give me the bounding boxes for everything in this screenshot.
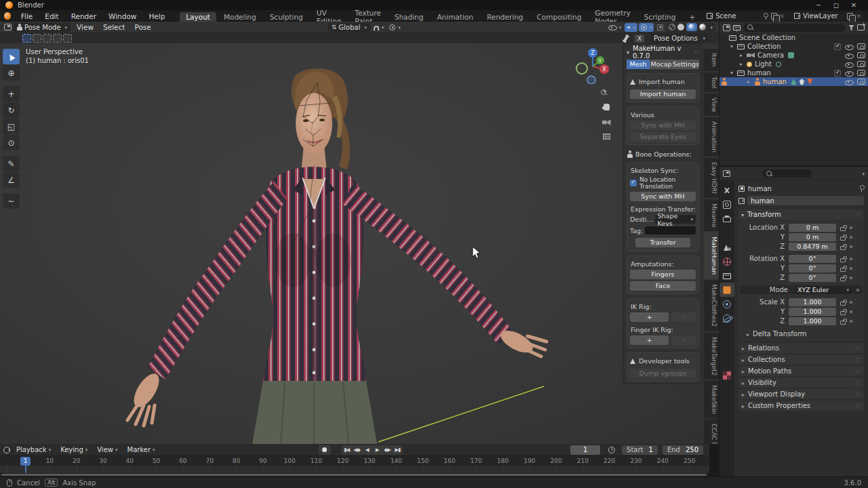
timeline-menu-item[interactable]: Keying [56,446,92,453]
workspace-tab[interactable]: Sculpting [264,12,309,22]
outliner-row[interactable]: ▸ Light [719,60,868,68]
playhead-line[interactable] [25,466,26,473]
properties-tab[interactable] [719,368,734,382]
lock-slot[interactable] [839,256,847,262]
sidebar-tab[interactable]: MakeHuman [704,232,719,279]
select-mode-button[interactable] [22,34,31,43]
transform-value-field[interactable]: 1.000 [789,317,836,325]
tool-button[interactable]: ~ [3,193,20,209]
outliner-search-input[interactable] [756,24,842,31]
timeline-menu-item[interactable]: View [92,446,122,453]
collapsed-section[interactable]: Custom Properties ∷ [738,401,864,411]
snap-toggle[interactable] [372,23,387,32]
object-name-field[interactable]: human [747,196,864,205]
properties-tab[interactable] [719,268,734,283]
sidebar-tab[interactable]: MakeTarget2 [704,333,719,380]
collapsed-section[interactable]: Collections ∷ [738,354,864,365]
object-visibility-dropdown[interactable] [606,23,624,32]
delta-transform-section[interactable]: Delta Transform [747,330,863,338]
lock-slot[interactable] [839,234,847,241]
id-type-icon[interactable] [738,198,745,204]
panel-header[interactable]: MakeHuman v 0.7.0 ∷ [627,47,699,57]
separate-eyes-button[interactable]: Separate Eyes [630,132,696,142]
solid-shading-icon[interactable] [677,24,684,30]
animate-dot-icon[interactable] [850,310,852,313]
animate-dot-icon[interactable] [850,226,852,229]
disable-render-camera-icon[interactable] [857,79,865,85]
mode-selector[interactable]: Pose Mode [13,23,71,32]
current-frame-field[interactable]: 1 [570,445,600,455]
outliner-item-label[interactable]: Scene Collection [739,34,795,41]
animate-dot-icon[interactable] [850,301,852,304]
outliner-item-label[interactable]: human [747,69,771,77]
properties-search[interactable] [762,169,812,178]
tool-button[interactable]: ✎ [3,156,20,171]
timeline-menu-item[interactable]: Playback [12,446,56,453]
hide-viewport-eye-icon[interactable] [845,61,853,68]
outliner-search[interactable] [743,24,846,32]
properties-tab[interactable] [719,240,734,254]
viewlayer-selector[interactable]: ViewLayer ✕ [791,12,864,21]
shading-dropdown-icon[interactable] [708,23,713,32]
sidebar-tab[interactable]: Animation [704,117,719,157]
transfer-button[interactable]: Transfer [635,238,690,247]
outliner-item-label[interactable]: human [763,78,787,85]
disable-render-camera-icon[interactable] [857,43,865,49]
lock-slot[interactable] [839,243,847,250]
window-close-button[interactable]: ✕ [845,1,863,9]
wireframe-shading-icon[interactable] [669,24,675,30]
tool-button[interactable]: ◱ [3,119,20,134]
mh-tab[interactable]: Settings [673,60,699,69]
transform-value-field[interactable]: 0 m [789,224,836,232]
transport-button[interactable]: ◀ [362,447,372,453]
sidebar-tab[interactable]: MakeClothes2 [704,280,719,331]
animate-dot-icon[interactable] [850,320,852,323]
viewport-menu-item[interactable]: Pose [130,23,155,31]
transport-button[interactable]: ▶▮ [393,447,403,453]
mh-tab[interactable]: Mesh [627,60,650,69]
tool-button[interactable]: + [3,86,20,102]
show-gizmo-toggle[interactable]: ⌖ [625,23,637,32]
ik-rig-remove-button[interactable]: - [671,312,696,322]
ik-rig-add-button[interactable]: + [630,312,669,322]
transform-value-field[interactable]: 0° [789,255,836,263]
zoom-view-icon[interactable]: + [599,88,613,98]
timeline-track[interactable] [0,466,709,473]
unlink-scene-icon[interactable]: ✕ [780,13,785,20]
transform-value-field[interactable]: 0 m [789,233,836,241]
viewport-3d[interactable]: User Perspective (1) human : oris01 ▲⊕+↻… [0,43,719,444]
sync-with-mh-button-disabled[interactable]: Sync with MH [630,121,696,130]
window-maximize-button[interactable]: ◻ [827,1,845,9]
outliner-item-label[interactable]: Light [755,60,772,68]
properties-tab[interactable] [719,197,734,211]
human-model[interactable] [127,68,547,444]
properties-tab[interactable] [719,325,734,340]
properties-tab[interactable] [719,226,734,240]
remove-viewlayer-icon[interactable]: ✕ [856,13,861,20]
timeline-menu-item[interactable]: Marker [123,446,160,453]
collapsed-section[interactable]: Motion Paths ∷ [738,366,864,376]
workspace-tab[interactable]: Rendering [481,12,530,22]
expand-icon[interactable]: ▾ [730,70,737,76]
pose-options-dropdown[interactable]: Pose Options [650,34,709,43]
outliner-editor-icon[interactable] [723,24,730,31]
toggle-ortho-icon[interactable] [599,132,613,142]
properties-tab[interactable] [719,297,734,311]
transport-button[interactable]: ▮◀ [342,447,352,453]
workspace-tab[interactable]: Scripting [638,12,682,22]
expand-icon[interactable]: ▸ [747,79,754,85]
properties-tab[interactable] [719,211,734,226]
collapsed-section[interactable]: Viewport Display ∷ [738,389,864,399]
mirror-x-toggle[interactable]: X [635,35,644,43]
finger-ik-remove-button[interactable]: - [671,336,696,345]
pin-icon[interactable] [764,13,768,20]
playhead-current-frame[interactable]: 1 [20,457,31,466]
sidebar-tab[interactable]: Item [704,49,719,71]
animate-dot-icon[interactable] [850,267,852,270]
expand-icon[interactable]: ▸ [740,52,747,58]
transform-value-field[interactable]: 0° [789,264,836,272]
rendered-shading-icon[interactable] [699,24,706,30]
transform-value-field[interactable]: 1.000 [789,308,836,316]
collapsed-section[interactable]: Visibility ∷ [738,378,864,388]
workspace-tab[interactable]: Shading [389,12,430,22]
